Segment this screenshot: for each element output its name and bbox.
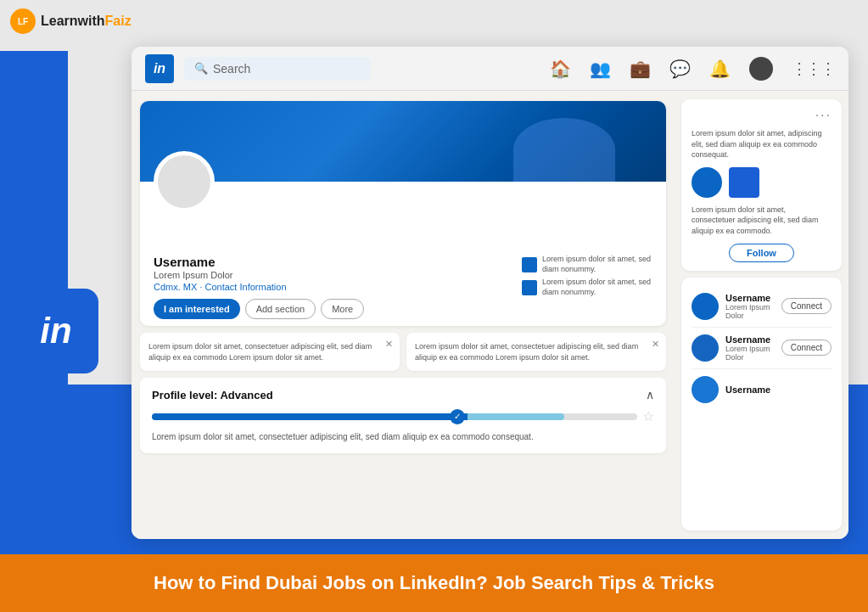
person-info-2: Username Lorem Ipsum Dolor bbox=[725, 334, 775, 362]
chevron-up-icon[interactable]: ∧ bbox=[646, 388, 654, 401]
sidebar-suggested-card: ··· Lorem ipsum dolor sit amet, adipisci… bbox=[681, 99, 842, 271]
grid-icon[interactable]: ⋮⋮⋮ bbox=[792, 59, 835, 78]
stat-icon-2 bbox=[522, 280, 537, 295]
stat-text-1: Lorem ipsum dolor sit amet, sed diam non… bbox=[542, 255, 652, 274]
person-avatar-3 bbox=[692, 376, 719, 403]
person-info-3: Username bbox=[725, 385, 832, 395]
person-name-1: Username bbox=[725, 293, 775, 303]
logo-text: LearnwithFaiz bbox=[41, 14, 132, 29]
follow-button[interactable]: Follow bbox=[729, 244, 794, 262]
more-button[interactable]: More bbox=[321, 299, 364, 319]
sidebar-lorem-top: Lorem ipsum dolor sit amet, adipiscing e… bbox=[692, 128, 832, 160]
people-you-may-know-card: Username Lorem Ipsum Dolor Connect Usern… bbox=[681, 278, 842, 531]
stat-block-2: Lorem ipsum dolor sit amet, sed diam non… bbox=[522, 278, 652, 297]
dots-menu-icon[interactable]: ··· bbox=[815, 108, 832, 123]
linkedin-nav-logo: in bbox=[145, 54, 174, 83]
interested-button[interactable]: I am interested bbox=[154, 299, 240, 319]
nav-icons: 🏠 👥 💼 💬 🔔 ⋮⋮⋮ bbox=[550, 57, 835, 81]
person-row-3: Username bbox=[692, 369, 832, 410]
browser-window: in 🔍 Search 🏠 👥 💼 💬 🔔 ⋮⋮⋮ bbox=[132, 47, 848, 539]
right-sidebar: ··· Lorem ipsum dolor sit amet, adipisci… bbox=[675, 91, 848, 539]
search-icon: 🔍 bbox=[194, 62, 208, 75]
star-icon: ☆ bbox=[642, 408, 654, 424]
browser-topbar: in 🔍 Search 🏠 👥 💼 💬 🔔 ⋮⋮⋮ bbox=[132, 47, 848, 91]
profile-info-row: Username Lorem Ipsum Dolor Cdmx. MX · Co… bbox=[140, 217, 666, 326]
profile-card: Username Lorem Ipsum Dolor Cdmx. MX · Co… bbox=[140, 101, 666, 326]
close-icon-1[interactable]: ✕ bbox=[385, 338, 393, 351]
stat-block-1: Lorem ipsum dolor sit amet, sed diam non… bbox=[522, 255, 652, 274]
profile-avatar-container bbox=[154, 151, 215, 212]
profile-location: Cdmx. MX · Contact Information bbox=[154, 282, 364, 292]
sidebar-card-header: ··· bbox=[692, 108, 832, 123]
profile-banner bbox=[140, 101, 666, 182]
linkedin-side-badge: in bbox=[14, 289, 98, 373]
activity-card-1: ✕ Lorem ipsum dolor sit amet, consectetu… bbox=[140, 333, 400, 371]
profile-name: Username bbox=[154, 255, 364, 269]
connect-button-1[interactable]: Connect bbox=[781, 298, 832, 314]
bottom-bar: How to Find Dubai Jobs on LinkedIn? Job … bbox=[0, 554, 868, 612]
brand-logo: LF LearnwithFaiz bbox=[10, 8, 132, 34]
level-description: Lorem ipsum dolor sit amet, consectetuer… bbox=[152, 431, 654, 443]
person-sub-1: Lorem Ipsum Dolor bbox=[725, 303, 775, 320]
bottom-title-text: How to Find Dubai Jobs on LinkedIn? Job … bbox=[154, 572, 714, 594]
profile-avatar-image bbox=[158, 155, 210, 208]
jobs-icon[interactable]: 💼 bbox=[630, 59, 651, 79]
activity-text-2: Lorem ipsum dolor sit amet, consectetuer… bbox=[415, 342, 638, 362]
suggested-avatar-square bbox=[729, 167, 759, 198]
progress-fill-dark bbox=[152, 413, 468, 420]
progress-bar-container: ✓ ☆ bbox=[152, 408, 654, 424]
search-placeholder-text: Search bbox=[213, 62, 250, 76]
activity-row: ✕ Lorem ipsum dolor sit amet, consectetu… bbox=[140, 333, 666, 371]
person-sub-2: Lorem Ipsum Dolor bbox=[725, 345, 775, 362]
profile-stats: Lorem ipsum dolor sit amet, sed diam non… bbox=[522, 255, 652, 298]
person-name-2: Username bbox=[725, 334, 775, 345]
nav-avatar[interactable] bbox=[749, 57, 773, 81]
suggested-avatar-circle bbox=[692, 167, 722, 198]
progress-fill-light bbox=[468, 413, 564, 420]
profile-details: Username Lorem Ipsum Dolor Cdmx. MX · Co… bbox=[154, 255, 364, 319]
messages-icon[interactable]: 💬 bbox=[669, 59, 691, 79]
linkedin-badge-text: in bbox=[40, 311, 71, 351]
person-row-2: Username Lorem Ipsum Dolor Connect bbox=[692, 328, 832, 369]
browser-content: Username Lorem Ipsum Dolor Cdmx. MX · Co… bbox=[132, 91, 848, 539]
profile-level-card: Profile level: Advanced ∧ ✓ ☆ Lorem ipsu… bbox=[140, 378, 666, 453]
close-icon-2[interactable]: ✕ bbox=[652, 338, 659, 351]
add-section-button[interactable]: Add section bbox=[245, 299, 316, 319]
level-header: Profile level: Advanced ∧ bbox=[152, 388, 654, 401]
logo-circle: LF bbox=[10, 8, 36, 34]
people-icon[interactable]: 👥 bbox=[590, 59, 611, 79]
activity-text-1: Lorem ipsum dolor sit amet, consectetuer… bbox=[148, 342, 372, 362]
sidebar-lorem-bottom: Lorem ipsum dolor sit amet, consectetuer… bbox=[692, 205, 832, 237]
person-avatar-2 bbox=[692, 334, 719, 362]
person-info-1: Username Lorem Ipsum Dolor bbox=[725, 293, 775, 320]
level-title: Profile level: Advanced bbox=[152, 389, 273, 401]
notifications-icon[interactable]: 🔔 bbox=[709, 59, 731, 79]
search-bar[interactable]: 🔍 Search bbox=[184, 57, 371, 81]
main-content: Username Lorem Ipsum Dolor Cdmx. MX · Co… bbox=[132, 91, 675, 539]
activity-card-2: ✕ Lorem ipsum dolor sit amet, consectetu… bbox=[406, 333, 666, 371]
home-icon[interactable]: 🏠 bbox=[550, 59, 571, 79]
suggested-avatars bbox=[692, 167, 832, 198]
progress-check-icon: ✓ bbox=[450, 409, 465, 424]
progress-bar: ✓ bbox=[152, 413, 637, 420]
profile-subtitle: Lorem Ipsum Dolor bbox=[154, 270, 364, 280]
person-row-1: Username Lorem Ipsum Dolor Connect bbox=[692, 286, 832, 328]
person-avatar-1 bbox=[692, 293, 719, 320]
profile-actions: I am interested Add section More bbox=[154, 299, 364, 319]
person-name-3: Username bbox=[725, 385, 832, 395]
stat-text-2: Lorem ipsum dolor sit amet, sed diam non… bbox=[542, 278, 652, 297]
connect-button-2[interactable]: Connect bbox=[781, 340, 832, 356]
stat-icon-1 bbox=[522, 257, 537, 272]
